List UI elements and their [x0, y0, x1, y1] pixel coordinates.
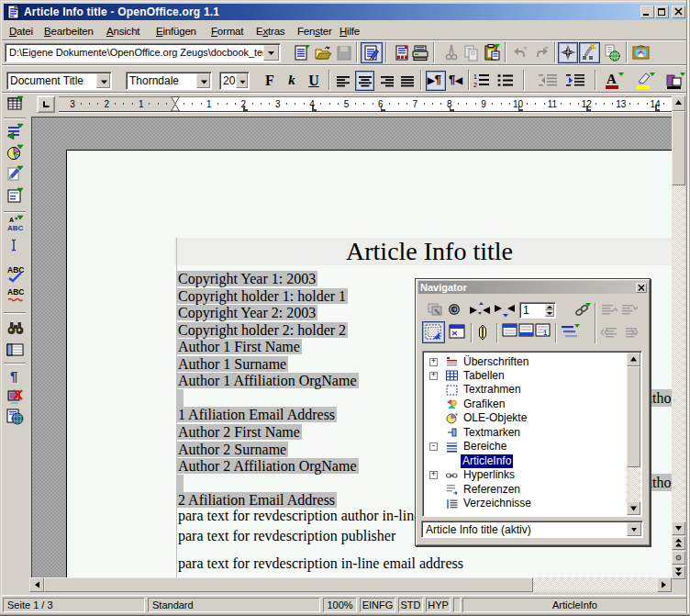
svg-text:ABC: ABC: [7, 224, 24, 232]
svg-text:ABC: ABC: [7, 265, 24, 274]
svg-text:A: A: [607, 72, 617, 86]
svg-text:2: 2: [473, 82, 477, 88]
svg-text:1: 1: [543, 329, 548, 337]
svg-text:A: A: [9, 217, 14, 223]
svg-text:¶: ¶: [10, 368, 17, 384]
svg-text:ABC: ABC: [7, 287, 24, 297]
svg-text:1: 1: [473, 73, 477, 80]
